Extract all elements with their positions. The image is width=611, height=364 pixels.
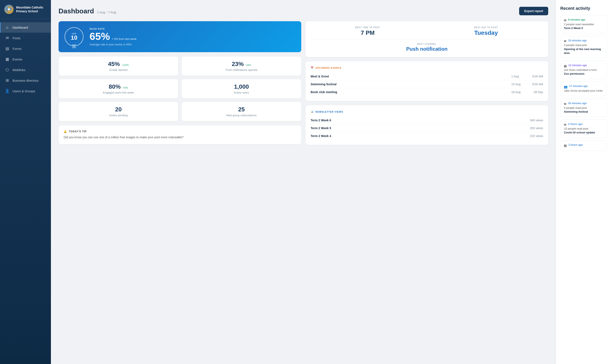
newsletter-section-header: 📊 NEWSLETTER VIEWS	[311, 110, 543, 113]
tip-label: TODAY'S TIP	[69, 130, 87, 133]
newsletter-card: 📊 NEWSLETTER VIEWS Term 2 Week 6 340 vie…	[306, 105, 548, 145]
best-metrics-card: BEST TIME TO POST 7 PM BEST DAY TO POST …	[306, 21, 548, 57]
read-rate-percentage: 65%	[90, 31, 110, 42]
sidebar-item-events[interactable]: ▦ Events	[0, 54, 51, 65]
best-day: BEST DAY TO POST Tuesday	[429, 26, 543, 36]
events-icon: ▦	[5, 57, 10, 62]
stat-card-engaged: 80% +5% Engaged users this week	[59, 79, 178, 98]
activity-panel: Recent activity ✉ 8 minutes ago 2 people…	[556, 0, 611, 364]
page-title-group: Dashboard 1 Aug - 7 Aug	[59, 7, 116, 15]
activity-item-6: ▤ 3 hours ago	[560, 140, 607, 151]
ribbon-icon	[71, 44, 77, 48]
best-time-value: 7 PM	[311, 29, 425, 36]
event-name: Meet & Greet	[311, 75, 511, 78]
sidebar: Mountlake Catholic Primary School ⌂ Dash…	[0, 0, 51, 364]
users-icon: 👥	[564, 85, 568, 89]
stat-value: 45% +10%	[64, 61, 173, 67]
stat-value: 25	[187, 106, 296, 113]
activity-icon-row: ▤ 3 hours ago	[564, 143, 603, 148]
newsletter-name: Term 2 Week 6	[311, 118, 530, 122]
date-range: 1 Aug - 7 Aug	[97, 10, 116, 14]
best-time: BEST TIME TO POST 7 PM	[311, 26, 425, 36]
event-date: 1 Aug	[511, 75, 526, 78]
activity-desc: Jake Snow accepted your invite	[564, 89, 603, 93]
tip-card: 🔔 TODAY'S TIP Did you know you can use o…	[59, 125, 301, 144]
stat-label: Emails opened	[64, 68, 173, 71]
stat-label: Engaged users this week	[64, 91, 173, 94]
school-logo-area: Mountlake Catholic Primary School	[0, 0, 51, 19]
events-section-header: 📅 UPCOMING EVENTS	[311, 66, 543, 69]
events-card: 📅 UPCOMING EVENTS Meet & Greet 1 Aug 9:0…	[306, 61, 548, 101]
activity-time: 20 minutes ago	[568, 102, 587, 105]
activity-icon-row: 👥 17 minutes ago	[564, 85, 603, 89]
stat-number: 1,000	[234, 83, 249, 90]
business-icon: ⊞	[5, 78, 10, 83]
activity-desc: 5 people read post Swimming festival	[564, 106, 603, 114]
activity-item-2: ▤ 12 minutes ago Joe Does submitted a fo…	[560, 61, 607, 79]
event-time: All Day	[526, 90, 543, 94]
sidebar-item-weblinks[interactable]: ⬡ Weblinks	[0, 65, 51, 75]
best-day-value: Tuesday	[429, 29, 543, 36]
activity-time: 8 minutes ago	[568, 18, 585, 21]
forms-icon: ▤	[5, 46, 10, 51]
newsletter-row: Term 2 Week 5 200 views	[311, 124, 543, 132]
event-row: Swimming festival 15 Aug 8:00 AM	[311, 80, 543, 88]
activity-icon-row: ✉ 20 minutes ago	[564, 102, 603, 106]
best-metrics-row: BEST TIME TO POST 7 PM BEST DAY TO POST …	[311, 26, 543, 36]
sidebar-item-label: Weblinks	[13, 68, 26, 72]
event-date: 15 Aug	[511, 82, 526, 86]
read-rate-info: READ RATE 65% + 5% from last week Averag…	[90, 27, 295, 46]
best-channel-label: BEST CHANNEL	[311, 43, 543, 45]
form-icon: ▤	[564, 144, 567, 147]
sidebar-item-users-groups[interactable]: 👤 Users & Groups	[0, 86, 51, 96]
sidebar-item-dashboard[interactable]: ⌂ Dashboard	[0, 22, 51, 33]
stat-change: +10%	[122, 64, 129, 67]
activity-time: 3 hours ago	[568, 143, 583, 146]
school-name: Mountlake Catholic Primary School	[16, 5, 47, 13]
export-report-button[interactable]: Export report	[519, 7, 548, 15]
newsletter-row: Term 2 Week 6 340 views	[311, 117, 543, 124]
newsletter-views: 200 views	[530, 126, 543, 130]
dashboard-grid: TOP 10 READ RATE 65% + 5% from last week…	[59, 21, 548, 148]
newsletter-name: Term 2 Week 5	[311, 126, 530, 130]
stat-card-push: 23% +8% Push notifications opened	[182, 56, 301, 76]
event-row: Meet & Greet 1 Aug 9:00 AM	[311, 73, 543, 80]
stat-number: 25	[238, 106, 245, 113]
activity-icon-row: ▤ 12 minutes ago	[564, 64, 603, 68]
events-label: UPCOMING EVENTS	[315, 67, 342, 69]
tip-header: 🔔 TODAY'S TIP	[64, 130, 296, 133]
activity-time: 10 minutes ago	[568, 39, 587, 42]
main-content: Dashboard 1 Aug - 7 Aug Export report TO…	[51, 0, 556, 364]
newsletter-views: 340 views	[530, 118, 543, 122]
activity-item-3: 👥 17 minutes ago Jake Snow accepted your…	[560, 81, 607, 96]
activity-icon-row: ✉ 2 hours ago	[564, 123, 603, 127]
tip-text: Did you know you can use one of a millio…	[64, 135, 296, 140]
sidebar-item-posts[interactable]: ✉ Posts	[0, 33, 51, 43]
activity-item-1: ✉ 10 minutes ago 5 people read post Open…	[560, 36, 607, 58]
stat-number: 23%	[232, 61, 244, 67]
sidebar-item-label: Dashboard	[13, 26, 28, 29]
read-rate-change: + 5% from last week	[112, 37, 136, 40]
activity-icon-row: ✉ 10 minutes ago	[564, 39, 603, 43]
svg-point-1	[8, 8, 10, 10]
stat-label: Push notifications opened	[187, 68, 296, 71]
stats-grid: 45% +10% Emails opened 23% +8% Push noti…	[59, 56, 301, 121]
email-icon: ✉	[564, 102, 566, 106]
sidebar-item-label: Posts	[13, 36, 21, 40]
calendar-icon: 📅	[311, 66, 314, 69]
bell-icon: 🔔	[64, 130, 67, 133]
users-icon: 👤	[5, 89, 10, 93]
event-time: 9:00 AM	[526, 75, 543, 78]
sidebar-item-business-directory[interactable]: ⊞ Business directory	[0, 75, 51, 86]
top10-badge: TOP 10	[65, 27, 84, 46]
activity-desc: 2 people read newsletter Term 2 Week 5	[564, 23, 603, 30]
events-list: Meet & Greet 1 Aug 9:00 AM Swimming fest…	[311, 73, 543, 96]
stat-card-emails: 45% +10% Emails opened	[59, 56, 178, 76]
activity-desc: 15 people read post Covid-19 school upda…	[564, 127, 603, 134]
activity-icon-row: ✉ 8 minutes ago	[564, 18, 603, 23]
activity-desc: Joe Does submitted a form Zoo permission	[564, 68, 603, 76]
sidebar-item-forms[interactable]: ▤ Forms	[0, 43, 51, 54]
badge-number: 10	[71, 35, 77, 41]
stat-label: Active users	[187, 91, 296, 94]
stat-change: +8%	[246, 64, 251, 67]
